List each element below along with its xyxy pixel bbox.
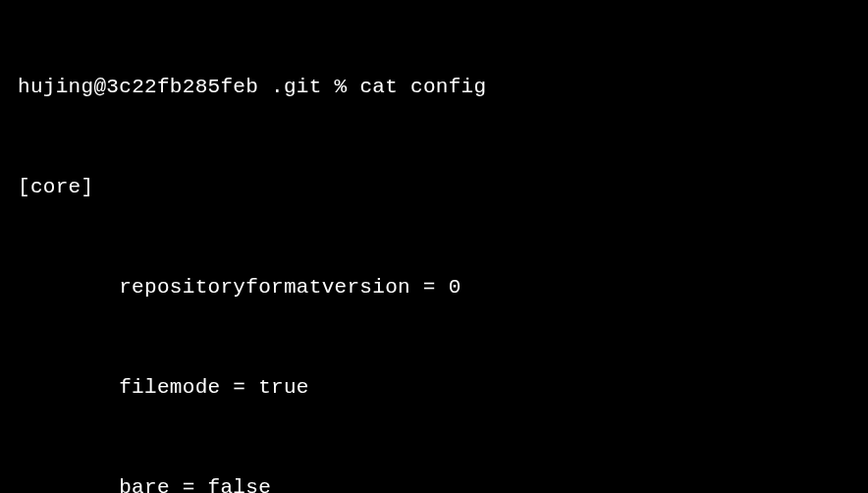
config-line: filemode = true [18,371,850,405]
prompt-line-1: hujing@3c22fb285feb .git % cat config [18,71,850,104]
config-line: bare = false [18,471,850,493]
space [322,71,335,104]
prompt-host: 3c22fb285feb [106,71,258,104]
space [258,71,271,104]
terminal-output[interactable]: hujing@3c22fb285feb .git % cat config [c… [18,4,850,493]
prompt-symbol: % [335,71,348,104]
prompt-user: hujing [18,71,93,104]
command-text: cat config [359,71,486,104]
space [347,71,359,104]
config-line: repositoryformatversion = 0 [18,271,850,304]
prompt-dir: .git [271,71,322,104]
config-section-core-header: [core] [18,171,850,204]
prompt-at: @ [93,71,106,104]
